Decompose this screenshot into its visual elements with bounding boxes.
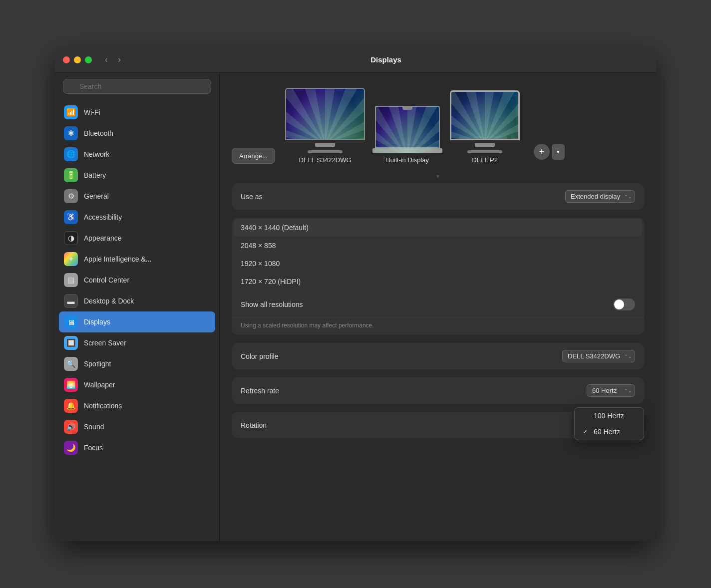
monitor-label-dell: DELL S3422DWG	[299, 156, 352, 164]
use-as-select[interactable]: Extended display Mirror display Main dis…	[565, 190, 635, 203]
monitor-label-dell-p2: DELL P2	[472, 156, 498, 164]
monitor-rays-3	[451, 92, 518, 139]
refresh-option-60hz[interactable]: ✓ 60 Hertz	[575, 424, 644, 440]
resolution-item-1[interactable]: 2048 × 858	[234, 237, 642, 255]
color-profile-dropdown-wrapper: DELL S3422DWG	[562, 350, 635, 362]
monitor-dell-s3422dwg[interactable]: DELL S3422DWG	[285, 88, 365, 164]
monitor-dell-p2[interactable]: DELL P2	[450, 90, 520, 164]
sidebar-icon-battery: 🔋	[64, 168, 78, 182]
monitor-label-builtin: Built-in Display	[386, 156, 429, 164]
sidebar-label-general: General	[84, 192, 109, 200]
sidebar-label-displays: Displays	[84, 318, 110, 326]
use-as-row: Use as Extended display Mirror display M…	[232, 183, 644, 210]
sidebar-item-desktop-dock[interactable]: ▬ Desktop & Dock	[59, 291, 215, 311]
monitor-builtin[interactable]: Built-in Display	[375, 106, 440, 164]
sidebar-label-apple-intelligence: Apple Intelligence &...	[84, 255, 151, 263]
add-display-button[interactable]: +	[534, 144, 550, 160]
displays-monitor-row: Arrange... DELL S3422DWG	[232, 83, 644, 164]
refresh-rate-section: Refresh rate 100 Hertz 60 Hertz	[232, 377, 644, 404]
sidebar-label-notifications: Notifications	[84, 402, 122, 410]
back-button[interactable]: ‹	[102, 53, 111, 66]
sidebar-item-control-center[interactable]: ▤ Control Center	[59, 270, 215, 291]
monitor-stand-dell-p2	[475, 143, 495, 147]
resolution-item-2[interactable]: 1920 × 1080	[234, 255, 642, 273]
add-display-dropdown[interactable]: ▾	[552, 144, 565, 160]
sidebar-label-spotlight: Spotlight	[84, 360, 111, 368]
monitor-display-dell	[285, 88, 365, 140]
color-profile-select[interactable]: DELL S3422DWG	[562, 350, 635, 362]
laptop-body	[375, 106, 440, 153]
laptop-screen	[375, 106, 440, 148]
resolution-item-0[interactable]: 3440 × 1440 (Default)	[234, 219, 642, 237]
forward-button[interactable]: ›	[115, 53, 124, 66]
sidebar-icon-bluetooth: ✱	[64, 126, 78, 140]
resolution-list: 3440 × 1440 (Default)2048 × 8581920 × 10…	[234, 219, 642, 291]
sidebar-item-wallpaper[interactable]: 🌅 Wallpaper	[59, 374, 215, 395]
sidebar-item-general[interactable]: ⚙ General	[59, 186, 215, 207]
sidebar-icon-appearance: ◑	[64, 231, 78, 245]
sidebar-label-battery: Battery	[84, 171, 106, 179]
sidebar-icon-spotlight: 🔍	[64, 357, 78, 371]
sidebar-item-accessibility[interactable]: ♿ Accessibility	[59, 207, 215, 228]
refresh-rate-label: Refresh rate	[241, 387, 279, 395]
color-profile-section: Color profile DELL S3422DWG	[232, 343, 644, 369]
sidebar-icon-general: ⚙	[64, 189, 78, 203]
rotation-label: Rotation	[241, 421, 267, 429]
content-area: Arrange... DELL S3422DWG	[220, 73, 656, 541]
sidebar-item-spotlight[interactable]: 🔍 Spotlight	[59, 353, 215, 374]
sidebar-item-apple-intelligence[interactable]: ✦ Apple Intelligence &...	[59, 249, 215, 270]
sidebar-item-screen-saver[interactable]: 🔲 Screen Saver	[59, 332, 215, 353]
maximize-button[interactable]	[85, 56, 92, 63]
monitor-display-dell-p2	[450, 90, 520, 140]
sidebar-item-sound[interactable]: 🔊 Sound	[59, 416, 215, 437]
monitor-stand-dell	[315, 143, 335, 147]
color-profile-row: Color profile DELL S3422DWG	[232, 343, 644, 369]
sidebar-item-focus[interactable]: 🌙 Focus	[59, 437, 215, 458]
sidebar-label-desktop-dock: Desktop & Dock	[84, 297, 134, 305]
sidebar-item-displays[interactable]: 🖥 Displays	[59, 311, 215, 332]
minimize-button[interactable]	[74, 56, 81, 63]
refresh-option-100hz[interactable]: 100 Hertz	[575, 408, 644, 424]
monitor-rays-1	[286, 89, 364, 139]
laptop-notch	[402, 106, 412, 110]
sidebar-icon-sound: 🔊	[64, 420, 78, 434]
sidebar-icon-screen-saver: 🔲	[64, 336, 78, 350]
sidebar-item-bluetooth[interactable]: ✱ Bluetooth	[59, 123, 215, 144]
resolution-section: 3440 × 1440 (Default)2048 × 8581920 × 10…	[232, 218, 644, 335]
show-all-resolutions-toggle[interactable]	[613, 298, 635, 310]
titlebar: ‹ › Displays	[55, 47, 656, 73]
refresh-rate-popup: 100 Hertz ✓ 60 Hertz	[574, 407, 644, 440]
show-all-resolutions-label: Show all resolutions	[241, 300, 303, 308]
sidebar-label-appearance: Appearance	[84, 234, 122, 242]
arrange-button[interactable]: Arrange...	[232, 148, 275, 164]
sidebar-icon-focus: 🌙	[64, 441, 78, 455]
refresh-rate-select[interactable]: 100 Hertz 60 Hertz	[587, 384, 635, 397]
refresh-label-60hz: 60 Hertz	[594, 428, 620, 436]
sidebar-item-notifications[interactable]: 🔔 Notifications	[59, 395, 215, 416]
monitor-base-dell-p2	[467, 150, 502, 153]
sidebar-label-control-center: Control Center	[84, 276, 129, 284]
sidebar-label-wifi: Wi-Fi	[84, 108, 100, 116]
resolution-item-3[interactable]: 1720 × 720 (HiDPI)	[234, 273, 642, 291]
add-monitor-controls: + ▾	[534, 144, 565, 160]
resolution-helper-text: Using a scaled resolution may affect per…	[232, 318, 644, 335]
sidebar-item-network[interactable]: 🌐 Network	[59, 144, 215, 165]
refresh-label-100hz: 100 Hertz	[594, 412, 624, 420]
refresh-rate-container: Refresh rate 100 Hertz 60 Hertz 100 He	[232, 377, 644, 404]
sidebar-label-screen-saver: Screen Saver	[84, 339, 126, 347]
sidebar-label-network: Network	[84, 150, 109, 158]
use-as-dropdown-wrapper: Extended display Mirror display Main dis…	[565, 190, 635, 203]
checkmark-60hz: ✓	[583, 428, 590, 435]
sidebar-icon-apple-intelligence: ✦	[64, 252, 78, 266]
sidebar-item-wifi[interactable]: 📶 Wi-Fi	[59, 102, 215, 123]
sidebar-icon-wifi: 📶	[64, 105, 78, 119]
traffic-lights	[63, 56, 92, 63]
monitor-rays-2	[375, 106, 440, 148]
sidebar-icon-desktop-dock: ▬	[64, 294, 78, 308]
use-as-section: Use as Extended display Mirror display M…	[232, 183, 644, 210]
sidebar-label-focus: Focus	[84, 444, 103, 452]
sidebar-item-appearance[interactable]: ◑ Appearance	[59, 228, 215, 249]
sidebar-item-battery[interactable]: 🔋 Battery	[59, 165, 215, 186]
search-input[interactable]	[63, 79, 211, 94]
close-button[interactable]	[63, 56, 70, 63]
